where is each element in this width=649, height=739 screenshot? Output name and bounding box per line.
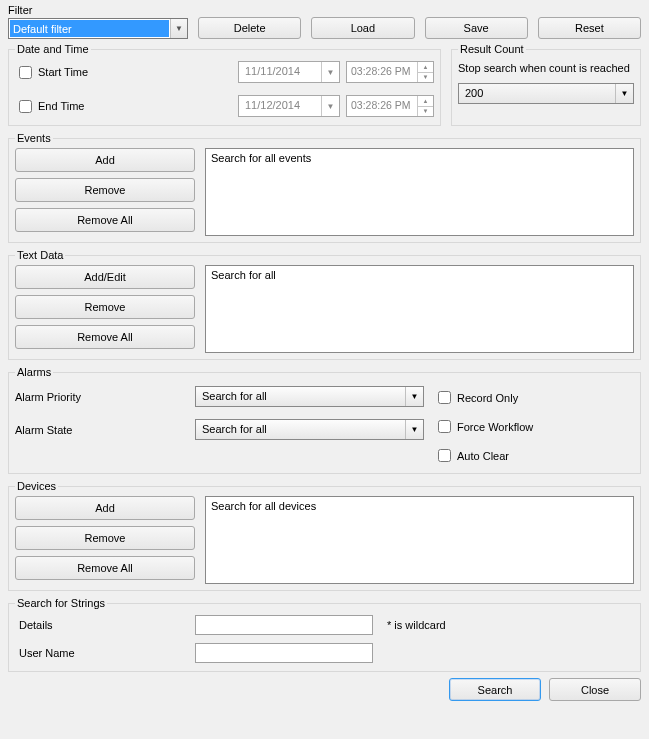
devices-listbox[interactable]: Search for all devices [205,496,634,584]
result-count-select[interactable]: 200 ▼ [458,83,634,104]
devices-group: Devices Add Remove Remove All Search for… [8,480,641,591]
save-button[interactable]: Save [425,17,528,39]
close-button[interactable]: Close [549,678,641,701]
start-time-label: Start Time [38,66,238,78]
record-only-checkbox[interactable]: Record Only [434,388,634,407]
textdata-listbox[interactable]: Search for all [205,265,634,353]
load-button[interactable]: Load [311,17,414,39]
filter-label: Filter [8,4,188,16]
events-list-text: Search for all events [211,152,311,164]
end-date-field[interactable]: 11/12/2014 ▼ [238,95,340,117]
start-time-field[interactable]: 03:28:26 PM ▲▼ [346,61,434,83]
events-listbox[interactable]: Search for all events [205,148,634,236]
strings-group: Search for Strings Details * is wildcard… [8,597,641,672]
textdata-list-text: Search for all [211,269,276,281]
alarms-group: Alarms Alarm Priority Search for all ▼ A… [8,366,641,474]
start-time-checkbox[interactable] [19,66,32,79]
events-group: Events Add Remove Remove All Search for … [8,132,641,243]
textdata-group: Text Data Add/Edit Remove Remove All Sea… [8,249,641,360]
details-input[interactable] [195,615,373,635]
delete-button[interactable]: Delete [198,17,301,39]
chevron-down-icon[interactable]: ▼ [321,96,339,116]
events-legend: Events [15,132,53,144]
devices-remove-button[interactable]: Remove [15,526,195,550]
strings-legend: Search for Strings [15,597,107,609]
chevron-down-icon[interactable]: ▼ [615,84,633,103]
result-count-text: Stop search when count is reached [458,61,634,75]
alarm-priority-select[interactable]: Search for all ▼ [195,386,424,407]
chevron-down-icon[interactable]: ▼ [405,387,423,406]
textdata-legend: Text Data [15,249,65,261]
end-time-field[interactable]: 03:28:26 PM ▲▼ [346,95,434,117]
events-remove-all-button[interactable]: Remove All [15,208,195,232]
force-workflow-checkbox[interactable]: Force Workflow [434,417,634,436]
search-button[interactable]: Search [449,678,541,701]
details-label: Details [15,619,195,631]
end-time-checkbox[interactable] [19,100,32,113]
devices-remove-all-button[interactable]: Remove All [15,556,195,580]
events-add-button[interactable]: Add [15,148,195,172]
datetime-group: Date and Time Start Time 11/11/2014 ▼ 03… [8,43,441,126]
result-count-group: Result Count Stop search when count is r… [451,43,641,126]
textdata-remove-all-button[interactable]: Remove All [15,325,195,349]
devices-add-button[interactable]: Add [15,496,195,520]
wildcard-hint: * is wildcard [387,619,446,631]
spinner-icon[interactable]: ▲▼ [417,96,433,116]
textdata-remove-button[interactable]: Remove [15,295,195,319]
spinner-icon[interactable]: ▲▼ [417,62,433,82]
chevron-down-icon[interactable]: ▼ [170,19,187,38]
datetime-legend: Date and Time [15,43,91,55]
alarm-state-label: Alarm State [15,424,195,436]
auto-clear-checkbox[interactable]: Auto Clear [434,446,634,465]
textdata-addedit-button[interactable]: Add/Edit [15,265,195,289]
result-count-legend: Result Count [458,43,526,55]
filter-select[interactable]: Default filter ▼ [8,18,188,39]
filter-selected-value: Default filter [10,20,169,37]
chevron-down-icon[interactable]: ▼ [321,62,339,82]
alarms-legend: Alarms [15,366,53,378]
reset-button[interactable]: Reset [538,17,641,39]
username-input[interactable] [195,643,373,663]
events-remove-button[interactable]: Remove [15,178,195,202]
username-label: User Name [15,647,195,659]
alarm-state-select[interactable]: Search for all ▼ [195,419,424,440]
chevron-down-icon[interactable]: ▼ [405,420,423,439]
alarm-priority-label: Alarm Priority [15,391,195,403]
devices-legend: Devices [15,480,58,492]
devices-list-text: Search for all devices [211,500,316,512]
end-time-label: End Time [38,100,238,112]
start-date-field[interactable]: 11/11/2014 ▼ [238,61,340,83]
